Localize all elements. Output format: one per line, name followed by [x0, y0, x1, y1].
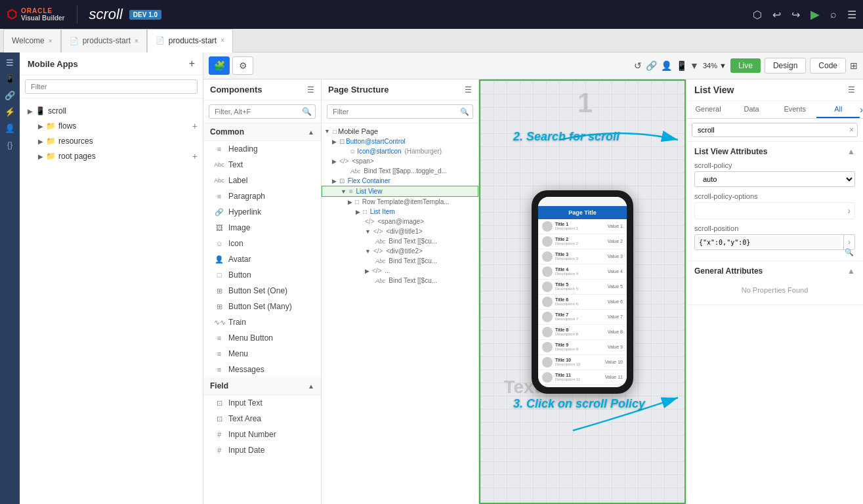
ps-flex-label: Flex Container — [346, 177, 390, 184]
refresh-icon[interactable]: ↺ — [634, 60, 642, 71]
ps-row-template[interactable]: ▶ □ Row Template@itemTempla... — [322, 197, 478, 207]
comp-input-text[interactable]: ⊡ Input Text — [203, 395, 321, 411]
comp-train[interactable]: ∿∿ Train — [203, 314, 321, 330]
code-button[interactable]: Code — [810, 58, 846, 74]
rootpages-add-icon[interactable]: + — [192, 151, 198, 161]
tab-products-start-2-close[interactable]: × — [221, 37, 224, 44]
phone-item-value-1: Value 1 — [608, 224, 623, 228]
ps-list-view[interactable]: ▼ ≡ List View — [322, 186, 478, 197]
tree-item-rootpages[interactable]: ▶ 📁 root pages + — [20, 148, 203, 164]
rp-attr-scroll-policy-select[interactable]: auto loadMoreOnScroll none — [694, 171, 855, 187]
comp-button[interactable]: □ Button — [203, 267, 321, 283]
home-icon[interactable]: ⬡ — [753, 9, 762, 21]
comp-hyperlink[interactable]: 🔗 Hyperlink — [203, 204, 321, 220]
comp-menu-button[interactable]: ≡ Menu Button — [203, 330, 321, 346]
ps-div-title1[interactable]: ▼ </> <div@title1> — [322, 226, 478, 236]
navigator-filter-input[interactable] — [25, 79, 198, 94]
rp-tab-events[interactable]: Events — [773, 101, 816, 118]
ps-listitem-icon: □ — [363, 208, 367, 215]
category-common-arrow: ▲ — [308, 129, 314, 136]
redo-icon[interactable]: ↪ — [791, 9, 800, 21]
ps-list-item[interactable]: ▶ □ List Item — [322, 207, 478, 217]
tab-products-start-2[interactable]: 📄 products-start × — [147, 29, 233, 52]
person-icon[interactable]: 👤 — [661, 60, 672, 71]
rp-menu-icon[interactable]: ☰ — [848, 85, 855, 94]
comp-icon[interactable]: ☺ Icon — [203, 236, 321, 251]
comp-heading[interactable]: ≡ Heading — [203, 141, 321, 157]
left-icon-vars[interactable]: 🔗 — [5, 91, 15, 100]
left-icon-code[interactable]: {} — [7, 140, 13, 150]
undo-icon[interactable]: ↩ — [772, 9, 781, 21]
ps-span-image[interactable]: </> <span@image> — [322, 217, 478, 226]
comp-menu[interactable]: ≡ Menu — [203, 346, 321, 362]
design-button[interactable]: Design — [765, 58, 806, 74]
device-icon[interactable]: 📱 ▼ — [676, 60, 699, 71]
gear-icon-btn[interactable]: ⚙ — [232, 56, 253, 75]
flows-add-icon[interactable]: + — [192, 121, 198, 131]
ps-bind-extra[interactable]: Abc Bind Text [[$cu... — [322, 276, 478, 285]
components-menu-icon[interactable]: ☰ — [307, 85, 314, 94]
comp-button-set-many[interactable]: ⊞ Button Set (Many) — [203, 299, 321, 314]
comp-input-number[interactable]: # Input Number — [203, 427, 321, 442]
comp-input-date[interactable]: # Input Date — [203, 442, 321, 458]
ps-icon-starticon[interactable]: ☺ Icon@startIcon (Hamburger) — [322, 146, 478, 156]
layout-icon[interactable]: ⊞ — [850, 60, 858, 71]
comp-text[interactable]: Abc Text — [203, 157, 321, 173]
rp-tab-all[interactable]: All — [816, 101, 860, 118]
ps-listview-label: List View — [354, 188, 383, 195]
tree-item-flows[interactable]: ▶ 📁 flows + — [20, 118, 203, 134]
rp-tab-data[interactable]: Data — [730, 101, 773, 118]
phone-list-content-9: Title 9 Description 9 — [555, 343, 605, 351]
page-structure-menu-icon[interactable]: ☰ — [465, 85, 472, 94]
rp-tab-general[interactable]: General — [686, 101, 730, 118]
comp-text-area[interactable]: ⊡ Text Area — [203, 411, 321, 427]
ps-span-type: </> — [339, 158, 348, 165]
annotation-step3: 3. Click on scroll Policy — [513, 397, 645, 411]
comp-avatar[interactable]: 👤 Avatar — [203, 251, 321, 267]
category-field[interactable]: Field ▲ — [203, 377, 321, 395]
comp-menu-button-label: Menu Button — [228, 333, 273, 343]
ps-bind-title2[interactable]: Abc Bind Text [[$cu... — [322, 256, 478, 266]
ps-div-extra[interactable]: ▶ </> ... — [322, 266, 478, 276]
comp-paragraph[interactable]: ≡ Paragraph — [203, 188, 321, 204]
ps-div-title2[interactable]: ▼ </> <div@title2> — [322, 246, 478, 256]
ps-flex-container[interactable]: ▶ ⊡ Flex Container — [322, 176, 478, 186]
tree-item-scroll[interactable]: ▶ 📱 scroll — [20, 104, 203, 118]
link-icon[interactable]: 🔗 — [646, 60, 657, 71]
live-button[interactable]: Live — [730, 58, 761, 73]
page-structure-filter-input[interactable] — [327, 104, 473, 119]
tree-label-rootpages: root pages — [58, 152, 190, 161]
comp-messages[interactable]: ≡ Messages — [203, 362, 321, 377]
avatar-icon: 👤 — [214, 255, 224, 264]
ps-span-image-label: <span@image> — [375, 218, 424, 225]
menu-icon[interactable]: ☰ — [847, 9, 856, 21]
comp-label[interactable]: Abc Label — [203, 173, 321, 188]
left-icon-mobile[interactable]: 📱 — [5, 74, 15, 84]
comp-button-set-one[interactable]: ⊞ Button Set (One) — [203, 283, 321, 299]
rp-attr-scroll-position-input[interactable] — [695, 236, 841, 249]
tree-item-resources[interactable]: ▶ 📁 resources — [20, 134, 203, 148]
tab-welcome[interactable]: Welcome × — [3, 29, 61, 52]
tab-products-start-1-close[interactable]: × — [135, 37, 138, 45]
left-icon-pages[interactable]: ☰ — [6, 58, 14, 68]
navigator-add-icon[interactable]: + — [189, 58, 195, 70]
left-icon-events[interactable]: ⚡ — [5, 107, 15, 117]
run-icon[interactable]: ▶ — [810, 7, 820, 22]
ps-span[interactable]: ▶ </> <span> — [322, 156, 478, 166]
category-common[interactable]: Common ▲ — [203, 123, 321, 141]
search-icon[interactable]: ⌕ — [830, 9, 837, 20]
tab-products-start-1[interactable]: 📄 products-start × — [61, 29, 147, 52]
ps-bind-title1[interactable]: Abc Bind Text [[$cu... — [322, 236, 478, 246]
ps-mobile-page[interactable]: ▼ □ Mobile Page — [322, 126, 478, 136]
rp-search-input[interactable] — [692, 123, 858, 137]
components-filter-input[interactable] — [209, 104, 316, 119]
puzzle-icon-btn[interactable]: 🧩 — [209, 56, 230, 75]
left-icon-users[interactable]: 👤 — [5, 123, 15, 133]
ps-bind-text-1[interactable]: Abc Bind Text [[$app...toggle_d... — [322, 166, 478, 176]
ps-button-startcontrol[interactable]: ▶ ⊡ Button@startControl — [322, 136, 478, 146]
comp-image[interactable]: 🖼 Image — [203, 220, 321, 236]
rp-attr-scroll-policy-options-label: scroll-policy-options — [694, 192, 855, 200]
tab-welcome-close[interactable]: × — [49, 37, 53, 45]
rp-attr-scroll-policy-options-value[interactable]: › — [694, 202, 855, 219]
rp-search-clear-icon[interactable]: × — [849, 125, 854, 135]
